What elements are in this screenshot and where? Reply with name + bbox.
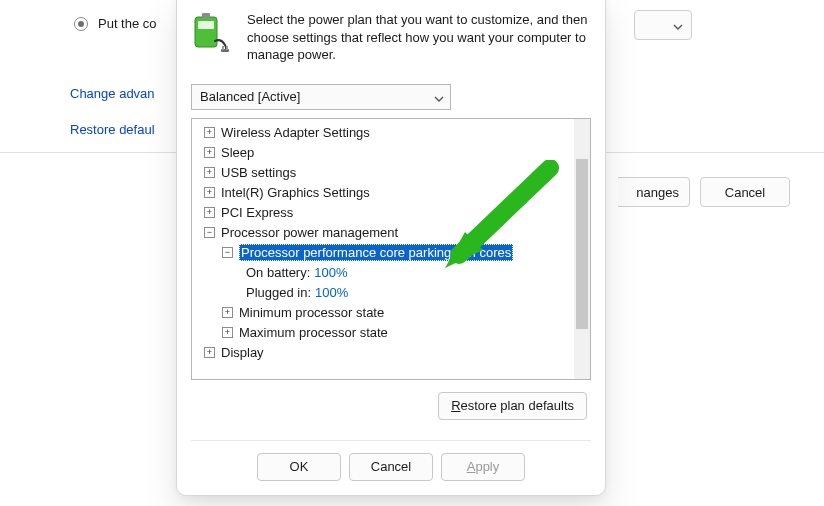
tree-node[interactable]: +Intel(R) Graphics Settings [198, 183, 574, 203]
ok-label: OK [290, 459, 309, 474]
collapse-icon[interactable]: − [204, 227, 215, 238]
tree-node[interactable]: +PCI Express [198, 203, 574, 223]
cancel-button[interactable]: Cancel [349, 453, 433, 481]
restore-label-rest: estore plan defaults [461, 398, 574, 413]
tree-value[interactable]: 100% [315, 285, 348, 300]
tree-label: Display [221, 345, 264, 360]
expand-icon[interactable]: + [222, 307, 233, 318]
tree-label: Intel(R) Graphics Settings [221, 185, 370, 200]
apply-button: Apply [441, 453, 525, 481]
bg-radio-row: Put the co [74, 16, 157, 31]
dialog-description: Select the power plan that you want to c… [247, 11, 591, 64]
tree-scrollbar[interactable] [574, 119, 590, 379]
tree-node[interactable]: +Display [198, 343, 574, 363]
svg-rect-4 [222, 46, 224, 50]
tree-label: Wireless Adapter Settings [221, 125, 370, 140]
settings-tree[interactable]: +Wireless Adapter Settings+Sleep+USB set… [191, 118, 591, 380]
expand-icon[interactable]: + [204, 127, 215, 138]
expand-icon[interactable]: + [222, 327, 233, 338]
tree-label: Sleep [221, 145, 254, 160]
tree-leaf[interactable]: Plugged in:100% [198, 283, 574, 303]
tree-label: Plugged in: [246, 285, 311, 300]
power-options-dialog: Select the power plan that you want to c… [176, 0, 606, 496]
tree-label: Maximum processor state [239, 325, 388, 340]
tree-value[interactable]: 100% [314, 265, 347, 280]
bg-anges-label: nanges [636, 185, 679, 200]
tree-node[interactable]: +USB settings [198, 163, 574, 183]
expand-icon[interactable]: + [204, 207, 215, 218]
chevron-down-icon [673, 20, 683, 30]
bg-cancel-button[interactable]: Cancel [700, 177, 790, 207]
tree-label: Minimum processor state [239, 305, 384, 320]
plan-selected-value: Balanced [Active] [200, 89, 300, 104]
tree-label: PCI Express [221, 205, 293, 220]
svg-rect-1 [202, 13, 210, 18]
link-restore-defaults[interactable]: Restore defaul [70, 122, 155, 137]
scrollbar-thumb[interactable] [576, 159, 588, 329]
expand-icon[interactable]: + [204, 347, 215, 358]
power-plan-select[interactable]: Balanced [Active] [191, 84, 451, 110]
radio-icon[interactable] [74, 17, 88, 31]
link-change-advanced[interactable]: Change advan [70, 86, 155, 101]
restore-accesskey: R [451, 398, 460, 413]
ok-button[interactable]: OK [257, 453, 341, 481]
tree-node[interactable]: +Maximum processor state [198, 323, 574, 343]
tree-leaf[interactable]: On battery:100% [198, 263, 574, 283]
collapse-icon[interactable]: − [222, 247, 233, 258]
tree-label: Processor performance core parking min c… [239, 244, 513, 261]
tree-node[interactable]: +Sleep [198, 143, 574, 163]
cancel-label: Cancel [371, 459, 411, 474]
tree-node[interactable]: +Wireless Adapter Settings [198, 123, 574, 143]
bg-radio-label: Put the co [98, 16, 157, 31]
tree-node[interactable]: −Processor performance core parking min … [198, 243, 574, 263]
expand-icon[interactable]: + [204, 147, 215, 158]
chevron-down-icon [434, 92, 444, 102]
tree-node[interactable]: −Processor power management [198, 223, 574, 243]
apply-label-rest: pply [475, 459, 499, 474]
expand-icon[interactable]: + [204, 167, 215, 178]
tree-label: USB settings [221, 165, 296, 180]
bg-dropdown[interactable] [634, 10, 692, 40]
restore-plan-defaults-button[interactable]: Restore plan defaults [438, 392, 587, 420]
bg-cancel-label: Cancel [725, 185, 765, 200]
svg-rect-2 [198, 21, 214, 29]
tree-node[interactable]: +Minimum processor state [198, 303, 574, 323]
battery-plug-icon [191, 11, 233, 53]
bg-save-changes-button-fragment[interactable]: nanges [618, 177, 690, 207]
dialog-separator [191, 440, 591, 441]
svg-rect-5 [226, 46, 228, 50]
tree-label: Processor power management [221, 225, 398, 240]
expand-icon[interactable]: + [204, 187, 215, 198]
tree-label: On battery: [246, 265, 310, 280]
